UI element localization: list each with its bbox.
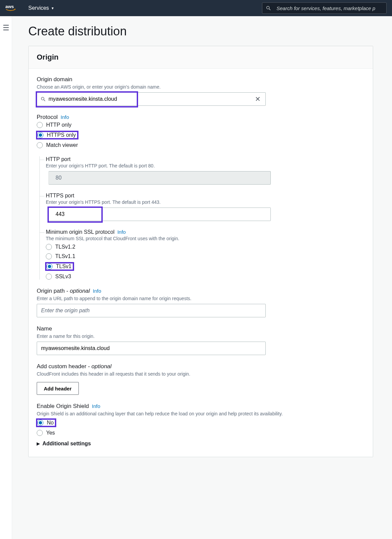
radio-icon: [37, 420, 43, 426]
origin-domain-help: Choose an AWS origin, or enter your orig…: [37, 84, 365, 90]
origin-domain-input-wrap[interactable]: ✕: [37, 92, 266, 106]
custom-header-label: Add custom header - optional: [37, 363, 365, 370]
origin-shield-help: Origin Shield is an additional caching l…: [37, 411, 365, 416]
protocol-field: Protocol Info HTTP only HTTPS only: [37, 114, 365, 148]
add-header-button[interactable]: Add header: [37, 382, 79, 395]
protocol-label: Protocol Info: [37, 114, 365, 121]
svg-point-1: [267, 6, 269, 9]
services-label: Services: [28, 5, 49, 11]
page-title: Create distribution: [28, 24, 373, 38]
http-port-input-wrap: [48, 171, 271, 185]
radio-icon: [46, 263, 53, 270]
search-icon: [266, 5, 271, 11]
ssl-protocol-field: Minimum origin SSL protocol Info The min…: [46, 229, 365, 280]
name-label: Name: [37, 325, 365, 332]
origin-shield-field: Enable Origin Shield Info Origin Shield …: [37, 403, 365, 436]
origin-domain-label: Origin domain: [37, 76, 365, 83]
ssl-protocol-label: Minimum origin SSL protocol Info: [46, 229, 365, 235]
origin-shield-info-link[interactable]: Info: [92, 403, 100, 409]
aws-logo-icon: aws: [5, 4, 19, 12]
radio-icon: [46, 253, 52, 259]
shield-option-no[interactable]: No: [37, 420, 54, 426]
http-port-help: Enter your origin's HTTP port. The defau…: [46, 163, 365, 168]
name-input[interactable]: [40, 345, 262, 352]
origin-domain-input[interactable]: [48, 96, 254, 102]
radio-icon: [37, 132, 43, 138]
http-port-label: HTTP port: [46, 156, 365, 162]
origin-panel: Origin Origin domain Choose an AWS origi…: [28, 46, 373, 457]
panel-header: Origin: [29, 46, 373, 69]
radio-icon: [46, 274, 52, 280]
side-nav-toggle[interactable]: ☰: [0, 16, 12, 539]
origin-shield-label: Enable Origin Shield Info: [37, 403, 365, 410]
svg-text:aws: aws: [5, 4, 14, 9]
custom-header-field: Add custom header - optional CloudFront …: [37, 363, 365, 395]
protocol-option-https[interactable]: HTTPS only: [37, 132, 76, 138]
name-input-wrap[interactable]: [37, 342, 266, 355]
radio-icon: [46, 244, 52, 250]
https-port-help: Enter your origin's HTTPS port. The defa…: [46, 199, 365, 205]
hamburger-icon: ☰: [3, 24, 9, 32]
radio-icon: [37, 142, 43, 148]
protocol-option-http[interactable]: HTTP only: [37, 122, 365, 128]
radio-icon: [37, 122, 43, 128]
http-port-field: HTTP port Enter your origin's HTTP port.…: [46, 156, 365, 185]
radio-icon: [37, 430, 43, 436]
https-port-input[interactable]: [55, 211, 267, 218]
clear-input-button[interactable]: ✕: [254, 95, 262, 103]
protocol-info-link[interactable]: Info: [61, 114, 69, 120]
ssl-option-tls11[interactable]: TLSv1.1: [46, 253, 365, 259]
search-icon: [40, 96, 46, 102]
top-nav: aws Services ▼: [0, 0, 392, 16]
close-icon: ✕: [255, 95, 261, 103]
ssl-option-tls12[interactable]: TLSv1.2: [46, 244, 365, 250]
custom-header-help: CloudFront includes this header in all r…: [37, 371, 365, 377]
additional-settings-label: Additional settings: [42, 441, 91, 447]
svg-point-3: [41, 97, 44, 100]
protocol-option-match[interactable]: Match viewer: [37, 142, 365, 148]
origin-path-input-wrap[interactable]: [37, 304, 266, 317]
origin-path-help: Enter a URL path to append to the origin…: [37, 296, 365, 301]
svg-line-4: [44, 100, 45, 101]
shield-option-yes[interactable]: Yes: [37, 430, 365, 436]
origin-path-label: Origin path - optional Info: [37, 288, 365, 294]
origin-path-info-link[interactable]: Info: [93, 288, 101, 294]
ssl-info-link[interactable]: Info: [117, 229, 126, 235]
ssl-option-tls1[interactable]: TLSv1: [46, 263, 71, 270]
ssl-option-sslv3[interactable]: SSLv3: [46, 274, 365, 280]
origin-domain-field: Origin domain Choose an AWS origin, or e…: [37, 76, 365, 106]
ssl-protocol-help: The minimum SSL protocol that CloudFront…: [46, 236, 365, 241]
https-port-input-wrap[interactable]: [48, 208, 271, 221]
http-port-input: [55, 175, 267, 181]
https-port-field: HTTPS port Enter your origin's HTTPS por…: [46, 193, 365, 221]
origin-path-input[interactable]: [40, 307, 262, 314]
services-dropdown[interactable]: Services ▼: [28, 5, 54, 11]
svg-line-2: [269, 9, 270, 10]
name-field: Name Enter a name for this origin.: [37, 325, 365, 355]
global-search-input[interactable]: [276, 5, 383, 11]
name-help: Enter a name for this origin.: [37, 334, 365, 339]
origin-path-field: Origin path - optional Info Enter a URL …: [37, 288, 365, 317]
chevron-right-icon: ▶: [37, 441, 40, 446]
https-port-label: HTTPS port: [46, 193, 365, 199]
chevron-down-icon: ▼: [51, 6, 54, 10]
panel-title: Origin: [37, 53, 365, 62]
protocol-subsection: HTTP port Enter your origin's HTTP port.…: [39, 156, 365, 280]
global-search[interactable]: [262, 2, 387, 14]
aws-logo[interactable]: aws: [5, 4, 19, 12]
additional-settings-expander[interactable]: ▶ Additional settings: [37, 441, 365, 447]
